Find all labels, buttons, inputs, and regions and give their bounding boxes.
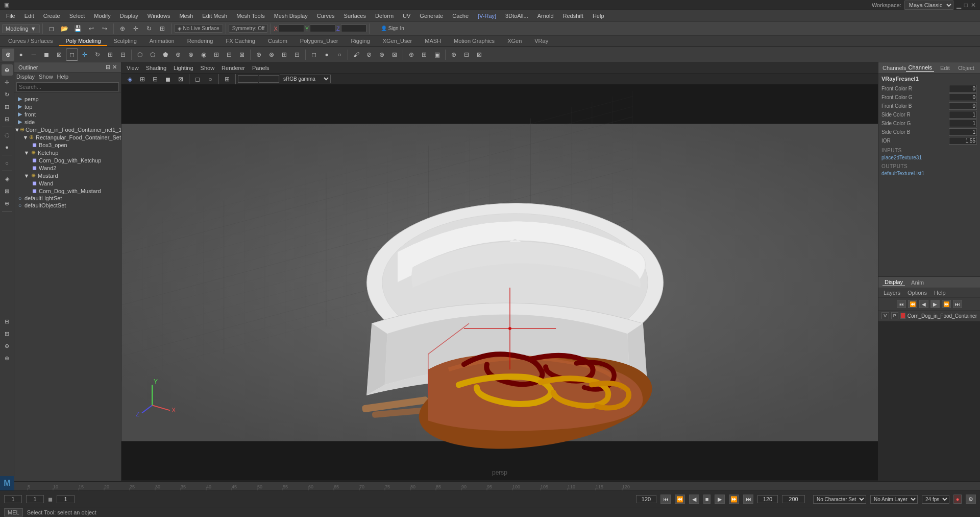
outliner-menu-show[interactable]: Show (39, 74, 53, 80)
move-tool[interactable]: ✛ (2, 77, 13, 88)
timeline-btn-next[interactable]: ⏩ (729, 495, 739, 504)
rpanel-tab-layers[interactable]: Layers (881, 289, 902, 296)
move-icon[interactable]: ✛ (130, 22, 142, 35)
vp-menu-panels[interactable]: Panels (249, 64, 273, 72)
script-editor-tool[interactable]: ⊕ (2, 340, 13, 351)
undo-icon[interactable]: ↩ (85, 22, 97, 35)
menu-edit[interactable]: Edit (20, 12, 38, 20)
colorspace-select[interactable]: sRGB gamma (280, 75, 331, 83)
end-frame-field1[interactable] (57, 495, 75, 503)
paint-select-tool[interactable]: ● (2, 142, 13, 153)
transform-icon[interactable]: ⊟ (117, 49, 129, 61)
vp-display-icon[interactable]: ⊞ (136, 73, 149, 85)
menu-generate[interactable]: Generate (415, 12, 447, 20)
menu-deform[interactable]: Deform (371, 12, 398, 20)
tree-item-corndog-ketchup[interactable]: ◼ Corn_Dog_with_Ketchup (14, 156, 121, 164)
menu-mesh-display[interactable]: Mesh Display (270, 12, 312, 20)
outliner-menu-display[interactable]: Display (16, 74, 35, 80)
lattice-icon[interactable]: ⊠ (388, 49, 401, 61)
extract-icon[interactable]: ⊞ (278, 49, 290, 61)
menu-surfaces[interactable]: Surfaces (340, 12, 370, 20)
sculpt-icon[interactable]: ● (321, 49, 333, 61)
relax-icon[interactable]: ○ (333, 49, 346, 61)
tab-xgen[interactable]: XGen (501, 37, 528, 46)
menu-display[interactable]: Display (116, 12, 142, 20)
open-file-icon[interactable]: 📂 (59, 22, 71, 35)
fill-hole-icon[interactable]: ⊗ (185, 49, 197, 61)
rpanel-tab-options[interactable]: Options (905, 289, 929, 296)
workspace-selector[interactable]: Maya Classic (904, 1, 953, 10)
outliner-close-icon[interactable]: ✕ (112, 64, 117, 70)
tab-xgen-user[interactable]: XGen_User (377, 37, 418, 46)
save-file-icon[interactable]: 💾 (72, 22, 84, 35)
axis-x-input[interactable] (279, 25, 304, 32)
auto-key-btn[interactable]: ● (953, 495, 962, 504)
menu-edit-mesh[interactable]: Edit Mesh (198, 12, 231, 20)
select-tool[interactable]: ⊕ (2, 64, 13, 76)
input-side-r[interactable] (949, 111, 977, 119)
outliner-menu-help[interactable]: Help (57, 74, 69, 80)
select-icon[interactable]: ⊕ (116, 22, 129, 35)
planar-icon[interactable]: ▣ (431, 49, 443, 61)
fps-select[interactable]: 24 fps (922, 495, 949, 504)
symmetry-badge[interactable]: Symmetry: Off (229, 24, 268, 33)
shaded-icon[interactable]: ⊠ (473, 49, 485, 61)
timeline-btn-prev[interactable]: ⏪ (675, 495, 685, 504)
xray-icon[interactable]: ⊕ (448, 49, 460, 61)
vp-menu-renderer[interactable]: Renderer (218, 64, 248, 72)
tab-curves-surfaces[interactable]: Curves / Surfaces (2, 37, 59, 46)
timeline-play-fwd[interactable]: ▶ (930, 300, 940, 308)
tree-item-objectset[interactable]: ○ defaultObjectSet (14, 202, 121, 209)
new-file-icon[interactable]: ◻ (45, 22, 58, 35)
gamma-input[interactable]: 0.00 (238, 75, 258, 83)
extrude-icon[interactable]: ⬡ (134, 49, 146, 61)
vertex-icon[interactable]: ● (15, 49, 27, 61)
edge-icon[interactable]: ─ (28, 49, 40, 61)
tree-item-wand2[interactable]: ◼ Wand2 (14, 164, 121, 172)
menu-uv[interactable]: UV (399, 12, 414, 20)
combine-icon[interactable]: ⊕ (253, 49, 265, 61)
input-side-g[interactable] (949, 120, 977, 127)
layout-icon[interactable]: ⊞ (418, 49, 430, 61)
sign-in-icon[interactable]: 👤 Sign In (372, 22, 413, 35)
tree-item-top[interactable]: ▶ top (14, 103, 121, 110)
axis-z-input[interactable] (341, 25, 366, 32)
tab-fx-caching[interactable]: FX Caching (219, 37, 261, 46)
menu-select[interactable]: Select (65, 12, 89, 20)
vp-menu-shading[interactable]: Shading (143, 64, 169, 72)
timeline-prev-key[interactable]: ⏪ (908, 300, 917, 308)
tree-item-mustard[interactable]: ▼ ⊕ Mustard (14, 172, 121, 179)
rpanel-tab-anim[interactable]: Anim (909, 279, 926, 286)
menu-modify[interactable]: Modify (90, 12, 114, 20)
menu-3dtoall[interactable]: 3DtoAll... (501, 12, 532, 20)
title-icon-min[interactable]: ▁ (957, 2, 961, 9)
input-side-b[interactable] (949, 128, 977, 136)
scale-icon[interactable]: ⊞ (156, 22, 168, 35)
title-icon-max[interactable]: □ (964, 2, 968, 9)
select-all-icon[interactable]: ⊕ (2, 49, 14, 61)
timeline-next-key[interactable]: ⏩ (942, 300, 951, 308)
vp-textured-icon[interactable]: ⊠ (175, 73, 187, 85)
rotate-tool-icon[interactable]: ↻ (91, 49, 104, 61)
universal-tool[interactable]: ⊟ (2, 113, 13, 125)
outliner-float-icon[interactable]: ⊞ (106, 64, 110, 70)
tree-item-wand[interactable]: ◼ Wand (14, 179, 121, 187)
tree-item-corndog-root[interactable]: ▼ ⊕ Corn_Dog_in_Food_Container_ncl1_1 (14, 126, 121, 133)
outputs-value[interactable]: defaultTextureList1 (881, 171, 924, 176)
menu-curves[interactable]: Curves (313, 12, 339, 20)
tab-rendering[interactable]: Rendering (181, 37, 219, 46)
menu-windows[interactable]: Windows (143, 12, 175, 20)
menu-vray-indicator[interactable]: [V-Ray] (474, 12, 500, 20)
rotate-icon[interactable]: ↻ (143, 22, 155, 35)
snap-to-grid[interactable]: ⊠ (2, 185, 13, 197)
soft-select-tool[interactable]: ○ (2, 157, 13, 169)
move-tool-icon[interactable]: ✛ (79, 49, 91, 61)
current-frame-field[interactable] (4, 495, 22, 503)
quad-draw-icon[interactable]: ◻ (308, 49, 320, 61)
connect-icon[interactable]: ⊞ (210, 49, 223, 61)
tree-item-side[interactable]: ▶ side (14, 118, 121, 126)
vp-isolate-icon[interactable]: ⊟ (149, 73, 161, 85)
menu-file[interactable]: File (2, 12, 19, 20)
bevel-icon[interactable]: ⬠ (146, 49, 159, 61)
layer-editor-tool[interactable]: ⊗ (2, 353, 13, 364)
